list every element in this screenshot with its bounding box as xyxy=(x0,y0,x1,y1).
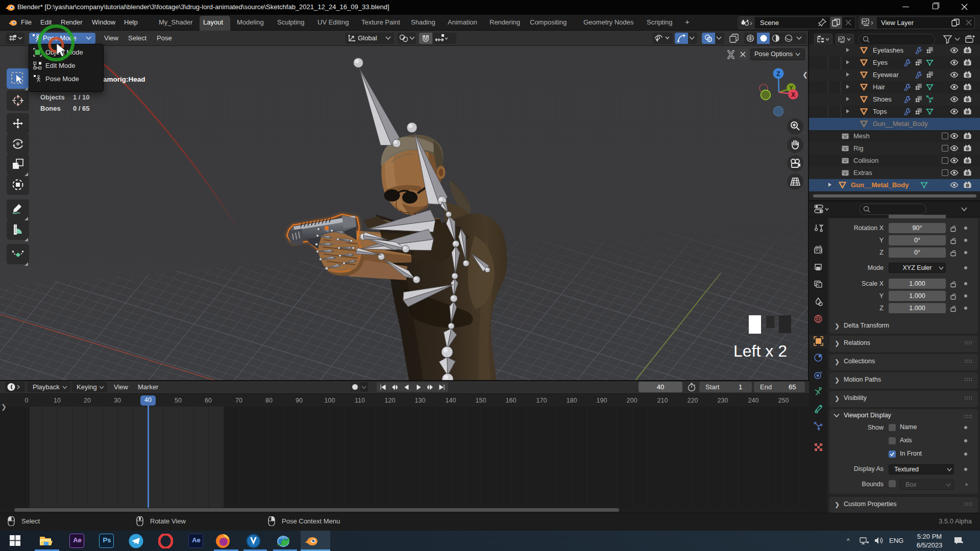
svg-text:X: X xyxy=(791,91,795,98)
svg-text:Bones: Bones xyxy=(40,105,61,112)
svg-text:10: 10 xyxy=(54,397,61,404)
svg-text:amorig:Head: amorig:Head xyxy=(103,76,145,83)
svg-text:180: 180 xyxy=(567,397,577,404)
svg-text:90: 90 xyxy=(296,397,303,404)
svg-text:250: 250 xyxy=(778,397,789,404)
svg-text:210: 210 xyxy=(657,397,668,404)
svg-text:110: 110 xyxy=(355,397,365,404)
svg-text:150: 150 xyxy=(476,397,486,404)
svg-text:230: 230 xyxy=(718,397,728,404)
svg-text:Z: Z xyxy=(776,70,780,78)
svg-text:60: 60 xyxy=(205,397,212,404)
svg-text:20: 20 xyxy=(84,397,91,404)
svg-text:170: 170 xyxy=(536,397,547,404)
svg-text:140: 140 xyxy=(446,397,456,404)
svg-text:0 / 65: 0 / 65 xyxy=(73,105,90,112)
svg-text:100: 100 xyxy=(325,397,335,404)
svg-text:160: 160 xyxy=(506,397,517,404)
svg-text:130: 130 xyxy=(415,397,426,404)
svg-text:Objects: Objects xyxy=(40,93,65,101)
svg-text:70: 70 xyxy=(235,397,242,404)
svg-text:220: 220 xyxy=(688,397,698,404)
svg-text:190: 190 xyxy=(597,397,607,404)
svg-text:120: 120 xyxy=(385,397,396,404)
svg-text:0: 0 xyxy=(25,397,29,404)
svg-text:50: 50 xyxy=(175,397,182,404)
svg-text:240: 240 xyxy=(748,397,759,404)
svg-text:30: 30 xyxy=(114,397,121,404)
svg-text:200: 200 xyxy=(627,397,638,404)
svg-text:80: 80 xyxy=(265,397,273,404)
svg-text:1 / 10: 1 / 10 xyxy=(73,93,90,101)
